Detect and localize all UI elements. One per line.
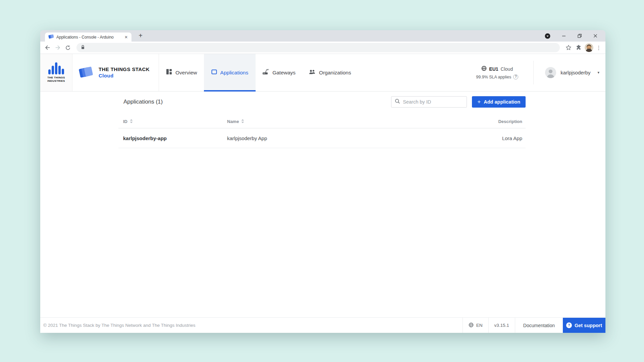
- things-industries-bars-icon: [48, 62, 64, 74]
- globe-icon: [481, 66, 487, 72]
- minimize-button[interactable]: [561, 34, 566, 38]
- things-stack-icon: [78, 65, 94, 80]
- application-id: karlpjsoderby-app: [123, 135, 227, 141]
- reload-button[interactable]: [64, 44, 72, 52]
- user-avatar: [545, 67, 556, 78]
- bookmark-star-icon[interactable]: [565, 44, 573, 52]
- globe-icon: [469, 322, 474, 328]
- plus-icon: +: [477, 99, 481, 105]
- main-nav: Overview Applications: [160, 54, 358, 91]
- nav-gateways-label: Gateways: [272, 70, 296, 76]
- browser-tab[interactable]: Applications - Console - Arduino ✕: [45, 33, 131, 42]
- tab-close-icon[interactable]: ✕: [123, 35, 129, 40]
- organizations-people-icon: [309, 69, 316, 76]
- nav-organizations-label: Organizations: [319, 70, 351, 76]
- sort-icon: [130, 119, 133, 124]
- chevron-down-icon: ▾: [597, 70, 599, 75]
- browser-menu-icon[interactable]: ⋮: [595, 45, 602, 51]
- console-page: THE THINGS INDUSTRIES THE THINGS STA: [40, 54, 605, 333]
- get-support-button[interactable]: ? Get support: [563, 318, 605, 333]
- cluster-name: EU1: [489, 66, 498, 72]
- applications-table: ID Name: [118, 115, 526, 148]
- things-stack-wordmark: THE THINGS STACK Cloud: [99, 66, 150, 79]
- extensions-puzzle-icon[interactable]: [575, 44, 583, 52]
- sla-help-icon[interactable]: ?: [513, 74, 518, 79]
- search-icon: [395, 99, 400, 105]
- nav-gateways[interactable]: Gateways: [256, 54, 302, 91]
- cluster-info: EU1 Cloud 99.9% SLA applies ?: [476, 54, 518, 91]
- applications-content: Applications (1) + Add application: [40, 92, 605, 148]
- user-name: karlpjsoderby: [560, 70, 590, 75]
- gateway-router-icon: [262, 69, 269, 76]
- things-industries-logo[interactable]: THE THINGS INDUSTRIES: [40, 54, 72, 91]
- page-title: Applications (1): [123, 99, 163, 105]
- nav-applications[interactable]: Applications: [204, 54, 256, 91]
- tts-favicon: [48, 34, 54, 41]
- back-button[interactable]: [44, 44, 52, 52]
- user-menu[interactable]: karlpjsoderby ▾: [534, 54, 605, 91]
- window-controls: [545, 30, 598, 42]
- browser-tab-strip: Applications - Console - Arduino ✕ +: [40, 30, 605, 42]
- things-industries-wordmark: THE THINGS INDUSTRIES: [47, 76, 65, 83]
- nav-overview-label: Overview: [175, 70, 197, 76]
- cluster-suffix: Cloud: [501, 66, 513, 72]
- applications-window-icon: [211, 69, 217, 76]
- copyright-text: © 2021 The Things Stack by The Things Ne…: [40, 318, 195, 333]
- column-header-name[interactable]: Name: [227, 119, 442, 124]
- application-description: Lora App: [442, 135, 522, 141]
- nav-overview[interactable]: Overview: [160, 54, 204, 91]
- console-footer: © 2021 The Things Stack by The Things Ne…: [40, 317, 605, 333]
- forward-button[interactable]: [54, 44, 62, 52]
- column-header-id[interactable]: ID: [123, 119, 227, 124]
- question-mark-icon: ?: [566, 322, 572, 328]
- table-row[interactable]: karlpjsoderby-app karlpjsoderby App Lora…: [118, 128, 526, 148]
- browser-update-icon[interactable]: [545, 33, 550, 39]
- tab-title: Applications - Console - Arduino: [56, 35, 121, 40]
- sla-text: 99.9% SLA applies: [476, 75, 511, 79]
- maximize-button[interactable]: [577, 34, 582, 38]
- overview-grid-icon: [166, 69, 172, 76]
- nav-applications-label: Applications: [220, 70, 249, 76]
- table-header-row: ID Name: [118, 115, 526, 128]
- console-header: THE THINGS INDUSTRIES THE THINGS STA: [40, 54, 605, 92]
- browser-profile-avatar[interactable]: [585, 43, 593, 52]
- add-application-button[interactable]: + Add application: [472, 96, 526, 108]
- column-header-description: Description: [442, 119, 522, 124]
- sort-icon: [241, 119, 244, 124]
- application-name: karlpjsoderby App: [227, 135, 442, 141]
- browser-toolbar: ⋮: [40, 42, 605, 54]
- browser-window: Applications - Console - Arduino ✕ +: [40, 30, 605, 333]
- language-selector[interactable]: EN: [463, 318, 488, 333]
- search-box: [391, 96, 467, 108]
- address-bar[interactable]: [76, 43, 560, 52]
- new-tab-button[interactable]: +: [137, 32, 145, 40]
- nav-organizations[interactable]: Organizations: [302, 54, 358, 91]
- search-input[interactable]: [403, 99, 466, 105]
- things-stack-logo[interactable]: THE THINGS STACK Cloud: [72, 54, 159, 91]
- documentation-link[interactable]: Documentation: [515, 318, 563, 333]
- lock-icon[interactable]: [80, 45, 85, 51]
- close-button[interactable]: [593, 34, 598, 38]
- version-label: v3.15.1: [488, 318, 515, 333]
